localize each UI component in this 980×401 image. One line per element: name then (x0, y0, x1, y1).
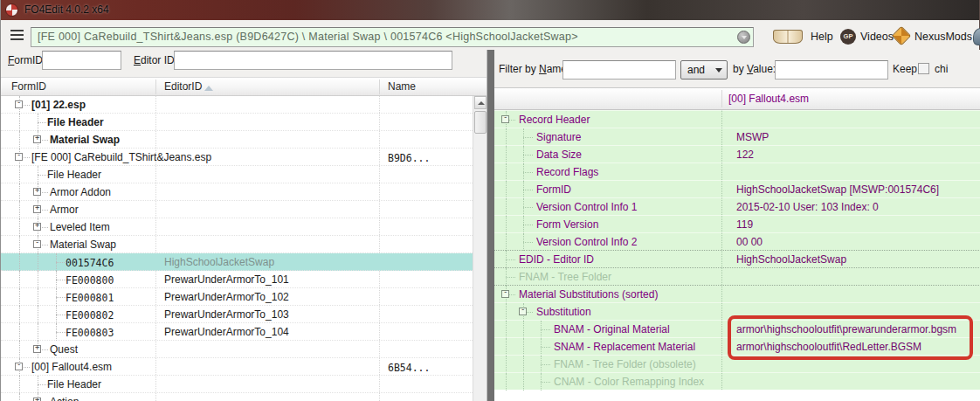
expand-icon[interactable] (33, 223, 41, 231)
expand-icon[interactable] (33, 188, 41, 196)
filter-value-input[interactable] (775, 60, 888, 80)
tree-row[interactable]: [01] 22.esp (1, 96, 473, 114)
tree-row[interactable]: Quest (1, 341, 473, 358)
tree-guide-line (506, 321, 507, 338)
record-field-value: 122 (736, 149, 754, 161)
tree-row[interactable]: FE000803 PrewarUnderArmorTo_104 (1, 323, 473, 341)
help-book-icon[interactable] (773, 30, 803, 44)
breadcrumb-dropdown-button[interactable] (737, 31, 750, 44)
collapse-icon[interactable] (15, 100, 23, 108)
tree-row-formid: FE000800 (66, 274, 114, 287)
videos-gp-icon[interactable]: GP (840, 29, 856, 45)
record-row[interactable]: Record Header (494, 110, 980, 128)
tree-row-formid: FE000802 (66, 309, 114, 321)
scroll-up-button[interactable] (474, 96, 487, 109)
column-header-name[interactable]: Name (388, 80, 416, 93)
tree-guide-line (523, 190, 533, 190)
expand-icon[interactable] (33, 205, 41, 213)
tree-row[interactable]: File Header (1, 376, 473, 393)
panel-splitter[interactable] (487, 50, 494, 401)
tree-row[interactable]: 001574C6 HighSchoolJacketSwap (1, 253, 473, 271)
collapse-icon[interactable] (519, 308, 527, 315)
record-field-label: Version Control Info 2 (536, 236, 637, 248)
filter-name-input[interactable] (562, 60, 676, 80)
expand-icon[interactable] (33, 398, 41, 401)
record-row[interactable]: FormID HighSchoolJacketSwap [MSWP:001574… (494, 180, 980, 197)
column-divider (155, 80, 156, 94)
record-field-value: 00 00 (736, 236, 763, 248)
help-link[interactable]: Help (811, 31, 833, 43)
filter-operator-value: and (687, 64, 705, 76)
tree-guide-line (506, 198, 507, 216)
record-row[interactable]: Record Flags (494, 162, 980, 180)
editorid-search-input[interactable] (174, 51, 452, 70)
tree-row[interactable]: Armor (1, 201, 473, 218)
record-field-label: Record Flags (536, 166, 598, 178)
tree-row[interactable]: [00] Fallout4.esm 6B54... (1, 358, 473, 376)
tree-row-formid: Armor (50, 204, 79, 216)
record-field-label: Form Version (536, 218, 598, 231)
tree-row-editorid: PrewarUnderArmorTo_104 (164, 326, 289, 338)
record-field-label: FNAM - Tree Folder (obsolete) (554, 358, 696, 370)
tree-row-formid: [00] Fallout4.esm (31, 361, 112, 373)
collapse-icon[interactable] (501, 115, 509, 123)
tree-guide-line (38, 271, 38, 288)
filter-operator-dropdown[interactable]: and (680, 60, 728, 80)
collapse-icon[interactable] (33, 240, 41, 248)
nexusmods-link[interactable]: NexusMods (914, 31, 972, 43)
tree-guide-line (19, 341, 20, 358)
tree-row[interactable]: FE000801 PrewarUnderArmorTo_102 (1, 288, 473, 306)
tree-guide-line (506, 303, 507, 321)
record-field-label: Record Header (519, 114, 590, 126)
tree-guide-line (506, 216, 507, 233)
column-header-editorid[interactable]: EditorID (164, 80, 202, 93)
collapse-icon[interactable] (15, 153, 23, 161)
scrollbar-thumb[interactable] (474, 111, 487, 134)
record-row[interactable]: CNAM - Color Remapping Index (494, 372, 980, 390)
expand-icon[interactable] (33, 135, 41, 143)
title-bar[interactable]: FO4Edit 4.0.2 x64 (1, 0, 979, 20)
main-menu-icon[interactable] (10, 30, 24, 40)
record-row[interactable]: Form Version 119 (494, 215, 980, 232)
fo4edit-window: FO4Edit 4.0.2 x64 [FE 000] CaRebuild_TSh… (0, 0, 980, 401)
breadcrumb[interactable]: [FE 000] CaRebuild_TShirt&Jeans.esp (B9D… (31, 27, 754, 47)
tree-row[interactable]: FE000802 PrewarUnderArmorTo_103 (1, 306, 473, 323)
record-row[interactable]: Data Size 122 (494, 145, 980, 162)
person-icon[interactable] (973, 28, 980, 45)
formid-search-label: FormID (8, 54, 43, 66)
fo4edit-app-icon (5, 3, 18, 17)
tree-guide-line (523, 155, 533, 156)
tree-row[interactable]: Material Swap (1, 236, 473, 253)
tree-row-formid: Action (50, 396, 79, 401)
record-row[interactable]: Version Control Info 2 00 00 (494, 232, 980, 250)
record-row[interactable]: Signature MSWP (494, 128, 980, 145)
tree-row[interactable]: Action (1, 393, 473, 401)
collapse-icon[interactable] (15, 363, 23, 370)
tree-row[interactable]: Leveled Item (1, 218, 473, 236)
tree-vertical-scrollbar[interactable] (473, 96, 487, 401)
tree-guide-line (523, 242, 533, 243)
record-row[interactable]: EDID - Editor ID HighSchoolJacketSwap (494, 250, 980, 267)
tree-guide-line (523, 356, 524, 373)
record-source-plugin[interactable]: [00] Fallout4.esm (728, 93, 809, 105)
record-row[interactable]: FNAM - Tree Folder (494, 267, 980, 285)
column-header-formid[interactable]: FormID (11, 80, 46, 93)
tree-row[interactable]: File Header (1, 166, 473, 183)
tree-row[interactable]: Armor Addon (1, 183, 473, 201)
tree-guide-line (506, 163, 507, 181)
keep-checkbox[interactable] (918, 63, 929, 74)
tree-row[interactable]: File Header (1, 114, 473, 131)
tree-row[interactable]: FE000800 PrewarUnderArmorTo_101 (1, 271, 473, 288)
tree-row[interactable]: Material Swap (1, 131, 473, 149)
nexusmods-icon[interactable] (892, 26, 912, 46)
formid-search-input[interactable] (42, 51, 121, 70)
tree-guide-line (19, 236, 20, 253)
tree-guide-line (506, 277, 515, 278)
tree-row[interactable]: [FE 000] CaRebuild_TShirt&Jeans.esp B9D6… (1, 149, 473, 166)
tree-row-editorid: PrewarUnderArmorTo_101 (164, 273, 289, 286)
videos-link[interactable]: Videos (860, 31, 894, 43)
record-row[interactable]: Material Substitutions (sorted) (494, 285, 980, 302)
expand-icon[interactable] (33, 345, 41, 353)
collapse-icon[interactable] (501, 290, 509, 298)
record-row[interactable]: Version Control Info 1 2015-02-10 User: … (494, 197, 980, 215)
